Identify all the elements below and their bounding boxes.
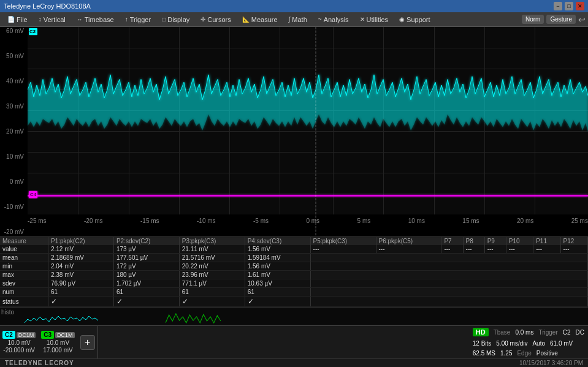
p7-value: --- — [441, 245, 463, 254]
menu-measure[interactable]: 📐 Measure — [237, 15, 283, 25]
p5-col-header: P5:pkpk(C3) — [310, 237, 376, 245]
app-title: Teledyne LeCroy HDO8108A — [4, 2, 91, 10]
measure-icon: 📐 — [242, 16, 250, 23]
status-info: HD Tbase 0.0 ms Trigger C2 DC 12 Bits 5.… — [469, 326, 588, 358]
analysis-icon: ~ — [318, 16, 322, 23]
brand-bar: TELEDYNE LECROY 10/15/2017 3:46:20 PM — [0, 358, 588, 367]
p3-max: 23.96 mV — [179, 271, 245, 279]
menu-trigger-label: Trigger — [130, 16, 151, 23]
trigger-ch-val: C2 — [563, 329, 571, 336]
channel-indicators: C2 DC1M 10.0 mV -20.000 mV C3 DC1M 10.0 … — [0, 326, 98, 358]
y-label-40mv: 40 mV — [1, 78, 26, 85]
p4-min: 1.56 mV — [245, 262, 310, 271]
p3-col-header: P3:pkpk(C3) — [179, 237, 245, 245]
histogram-area: histo — [0, 307, 588, 325]
ch2-badge: C2 — [2, 331, 15, 339]
ch2-v1: 10.0 mV — [8, 339, 31, 346]
c2-waveform — [28, 75, 588, 132]
p2-mean: 177.501 µV — [113, 254, 179, 262]
menu-measure-label: Measure — [251, 16, 278, 23]
ch3-indicator[interactable]: C3 DC1M 10.0 mV 17.000 mV — [41, 331, 74, 354]
p9-value: --- — [484, 245, 506, 254]
menu-timebase[interactable]: ↔ Timebase — [72, 15, 119, 25]
p3-mean: 21.5716 mV — [179, 254, 245, 262]
ch3-v1: 10.0 mV — [47, 339, 69, 346]
menu-analysis-label: Analysis — [324, 16, 349, 23]
menu-support-label: Support — [407, 16, 430, 23]
add-channel-button[interactable]: + — [80, 335, 95, 350]
meas-label-min: min — [0, 262, 48, 271]
meas-row-mean: mean 2.18689 mV 177.501 µV 21.5716 mV 1.… — [0, 254, 588, 262]
p1-sdev: 76.90 µV — [48, 279, 113, 288]
waveform-display: C4 C2 — [28, 27, 588, 236]
menu-vertical[interactable]: ↕ Vertical — [34, 15, 71, 25]
p6-value: --- — [376, 245, 441, 254]
p8-col-header: P8 — [463, 237, 484, 245]
p8-value: --- — [463, 245, 484, 254]
p3-num: 61 — [179, 288, 245, 297]
minimize-button[interactable]: − — [554, 2, 562, 10]
p1-status: ✓ — [48, 297, 113, 307]
x-label-20ms: 20 ms — [517, 218, 533, 224]
menu-display-label: Display — [167, 16, 189, 23]
trigger-dc-val: DC — [576, 329, 584, 336]
menu-cursors[interactable]: ✛ Cursors — [196, 15, 236, 25]
x-label-n25ms: -25 ms — [28, 218, 47, 224]
ch2-indicator[interactable]: C2 DC1M 10.0 mV -20.000 mV — [2, 331, 36, 354]
menu-vertical-label: Vertical — [44, 16, 66, 23]
undo-icon[interactable]: ↩ — [578, 15, 586, 25]
menu-utilities[interactable]: ✕ Utilities — [355, 15, 393, 25]
mem-val: 61.0 mV — [550, 340, 573, 347]
support-icon: ◉ — [399, 16, 405, 23]
p10-col-header: P10 — [506, 237, 533, 245]
histogram-label: histo — [1, 309, 14, 316]
svg-text:C2: C2 — [29, 29, 36, 35]
p4-mean: 1.59184 mV — [245, 254, 310, 262]
menu-analysis[interactable]: ~ Analysis — [313, 15, 354, 25]
vertical-icon: ↕ — [39, 16, 42, 23]
close-button[interactable]: ✕ — [576, 2, 584, 10]
scope-display[interactable]: 60 mV 50 mV 40 mV 30 mV 20 mV 10 mV 0 mV… — [0, 27, 588, 236]
menu-timebase-label: Timebase — [85, 16, 114, 23]
norm-button[interactable]: Norm — [522, 15, 544, 24]
menu-file-label: File — [17, 16, 28, 23]
menu-trigger[interactable]: ↑ Trigger — [120, 15, 156, 25]
p4-col-header: P4:sdev(C3) — [245, 237, 310, 245]
p1-num: 61 — [48, 288, 113, 297]
p3-min: 20.22 mV — [179, 262, 245, 271]
polarity-val: Positive — [536, 350, 558, 357]
x-label-n20ms: -20 ms — [84, 218, 103, 224]
math-icon: ∫ — [289, 16, 291, 23]
utilities-icon: ✕ — [360, 16, 365, 23]
display-icon: □ — [162, 16, 166, 23]
p1-min: 2.04 mV — [48, 262, 113, 271]
menu-math[interactable]: ∫ Math — [284, 15, 312, 25]
auto-label: Auto — [532, 340, 545, 347]
p1-mean: 2.18689 mV — [48, 254, 113, 262]
meas-label-max: max — [0, 271, 48, 279]
y-label-0mv: 0 mV — [1, 179, 26, 185]
histo-c3-waveform — [166, 312, 221, 324]
res-val: 1.25 — [500, 350, 512, 357]
menu-file[interactable]: 📄 File — [2, 15, 32, 25]
y-label-20mv: 20 mV — [1, 129, 26, 135]
y-label-10mv: 10 mV — [1, 154, 26, 160]
menu-bar: 📄 File ↕ Vertical ↔ Timebase ↑ Trigger □… — [0, 12, 588, 27]
c4-waveform: C4 — [28, 191, 588, 198]
measurement-area: Measure P1:pkpk(C2) P2:sdev(C2) P3:pkpk(… — [0, 236, 588, 325]
p2-min: 172 µV — [113, 262, 179, 271]
status-row-1: HD Tbase 0.0 ms Trigger C2 DC — [473, 328, 584, 336]
x-label-n5ms: -5 ms — [253, 218, 269, 224]
bits-val: 12 Bits — [473, 340, 492, 347]
hd-badge: HD — [473, 328, 489, 336]
tbase-val: 0.0 ms — [515, 329, 533, 336]
p10-value: --- — [506, 245, 533, 254]
y-axis: 60 mV 50 mV 40 mV 30 mV 20 mV 10 mV 0 mV… — [0, 27, 28, 236]
menu-support[interactable]: ◉ Support — [394, 15, 435, 25]
p2-col-header: P2:sdev(C2) — [113, 237, 179, 245]
p4-num: 61 — [245, 288, 310, 297]
menu-display[interactable]: □ Display — [157, 15, 194, 25]
meas-row-status: status ✓ ✓ ✓ ✓ — [0, 297, 588, 307]
maximize-button[interactable]: □ — [565, 2, 573, 10]
gesture-button[interactable]: Gesture — [546, 15, 576, 24]
